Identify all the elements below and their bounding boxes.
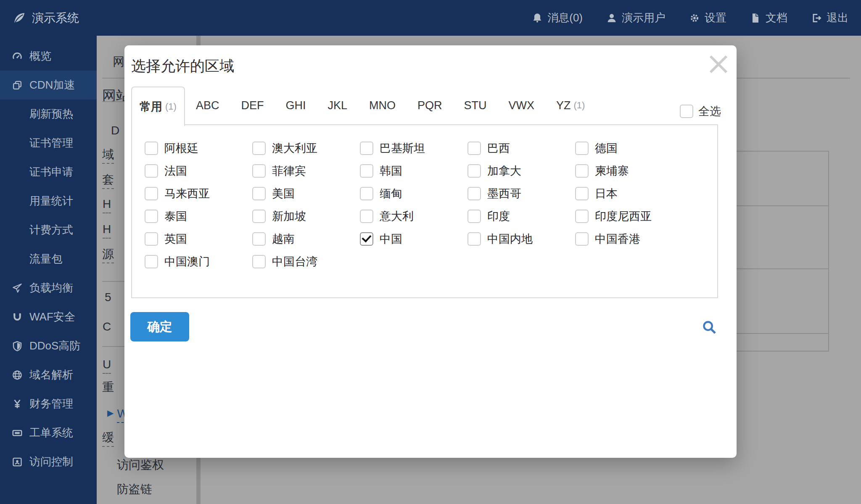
select-all-checkbox[interactable] bbox=[680, 105, 693, 118]
region-label: 泰国 bbox=[164, 209, 187, 224]
sidebar-item[interactable]: 工单系统 bbox=[0, 418, 97, 447]
region-select-modal: 选择允许的区域 常用 (1) ABC DEF bbox=[124, 45, 737, 458]
checkbox[interactable] bbox=[360, 142, 373, 155]
region-option[interactable]: 中国澳门 bbox=[145, 254, 252, 269]
topbar-menu-label: 消息(0) bbox=[547, 10, 583, 25]
sidebar-item[interactable]: 刷新预热 bbox=[0, 100, 97, 129]
region-tab[interactable]: YZ (1) bbox=[545, 87, 596, 124]
region-tab[interactable]: DEF bbox=[230, 87, 275, 124]
checkbox[interactable] bbox=[360, 210, 373, 223]
checkbox[interactable] bbox=[145, 210, 158, 223]
brand-label: 演示系统 bbox=[32, 10, 79, 26]
sidebar-item[interactable]: WAF安全 bbox=[0, 302, 97, 331]
sidebar-item[interactable]: 用量统计 bbox=[0, 186, 97, 215]
tab-label: GHI bbox=[285, 99, 306, 112]
region-option[interactable]: 意大利 bbox=[360, 209, 467, 224]
region-option[interactable]: 巴西 bbox=[467, 141, 575, 156]
checkbox[interactable] bbox=[467, 187, 481, 200]
region-option[interactable]: 英国 bbox=[145, 231, 252, 247]
region-option[interactable]: 菲律宾 bbox=[252, 163, 360, 178]
checkbox[interactable] bbox=[145, 164, 158, 178]
sidebar-item[interactable]: 访问控制 bbox=[0, 447, 97, 476]
checkbox[interactable] bbox=[145, 142, 158, 155]
sidebar-item[interactable]: 域名解析 bbox=[0, 360, 97, 389]
region-option[interactable]: 新加坡 bbox=[252, 209, 360, 224]
checkbox[interactable] bbox=[252, 255, 266, 268]
checkbox[interactable] bbox=[575, 210, 589, 223]
checkbox[interactable] bbox=[575, 232, 589, 246]
checkbox[interactable] bbox=[145, 255, 158, 268]
region-option[interactable]: 中国香港 bbox=[575, 231, 683, 247]
checkbox[interactable] bbox=[252, 142, 266, 155]
region-tab[interactable]: JKL bbox=[317, 87, 358, 124]
select-all[interactable]: 全选 bbox=[680, 104, 721, 119]
region-option[interactable]: 韩国 bbox=[360, 163, 467, 178]
sidebar-item[interactable]: CDN加速 bbox=[0, 71, 97, 100]
region-tab[interactable]: MNO bbox=[358, 87, 407, 124]
region-option[interactable]: 日本 bbox=[575, 186, 683, 201]
region-option[interactable]: 印度尼西亚 bbox=[575, 209, 683, 224]
checkbox[interactable] bbox=[145, 187, 158, 200]
region-grid: 阿根廷 澳大利亚 巴基斯坦 巴西 bbox=[132, 125, 717, 273]
region-option[interactable]: 澳大利亚 bbox=[252, 141, 360, 156]
topbar-menu-item[interactable]: 演示用户 bbox=[606, 10, 666, 25]
region-option[interactable]: 中国台湾 bbox=[252, 254, 360, 269]
topbar-menu-item[interactable]: 退出 bbox=[811, 10, 848, 25]
sidebar-item[interactable]: 计费方式 bbox=[0, 215, 97, 244]
sidebar-item[interactable]: 概览 bbox=[0, 42, 97, 71]
sidebar-item[interactable]: 证书申请 bbox=[0, 158, 97, 186]
checkbox[interactable] bbox=[575, 187, 589, 200]
region-option[interactable]: 越南 bbox=[252, 231, 360, 247]
sidebar-item-label: 负载均衡 bbox=[29, 281, 73, 295]
checkbox[interactable] bbox=[252, 187, 266, 200]
sidebar-item[interactable]: 证书管理 bbox=[0, 129, 97, 158]
sidebar-item[interactable]: DDoS高防 bbox=[0, 331, 97, 360]
checkbox[interactable] bbox=[252, 232, 266, 246]
region-option[interactable]: 缅甸 bbox=[360, 186, 467, 201]
search-icon[interactable] bbox=[700, 318, 719, 337]
checkbox[interactable] bbox=[467, 142, 481, 155]
checkbox[interactable] bbox=[360, 187, 373, 200]
region-option[interactable]: 巴基斯坦 bbox=[360, 141, 467, 156]
checkbox[interactable] bbox=[467, 164, 481, 178]
region-option[interactable]: 泰国 bbox=[145, 209, 252, 224]
region-option[interactable]: 柬埔寨 bbox=[575, 163, 683, 178]
checkbox[interactable] bbox=[360, 232, 373, 246]
checkbox[interactable] bbox=[467, 210, 481, 223]
checkbox[interactable] bbox=[252, 164, 266, 178]
sidebar-item[interactable]: 流量包 bbox=[0, 244, 97, 273]
region-tab[interactable]: STU bbox=[453, 87, 497, 124]
sidebar-item-label: 工单系统 bbox=[29, 425, 73, 440]
sidebar-item[interactable]: 负载均衡 bbox=[0, 273, 97, 302]
checkbox[interactable] bbox=[360, 164, 373, 178]
topbar-menu-item[interactable]: 设置 bbox=[689, 10, 726, 25]
brand[interactable]: 演示系统 bbox=[0, 10, 79, 26]
region-option[interactable]: 马来西亚 bbox=[145, 186, 252, 201]
checkbox[interactable] bbox=[467, 232, 481, 246]
checkbox[interactable] bbox=[145, 232, 158, 246]
checkbox[interactable] bbox=[575, 164, 589, 178]
region-tab[interactable]: 常用 (1) bbox=[131, 87, 185, 126]
region-tab[interactable]: GHI bbox=[275, 87, 317, 124]
region-option[interactable]: 印度 bbox=[467, 209, 575, 224]
gauge-icon bbox=[12, 51, 23, 62]
region-tab[interactable]: PQR bbox=[407, 87, 453, 124]
region-tab[interactable]: VWX bbox=[497, 87, 545, 124]
region-tab[interactable]: ABC bbox=[185, 87, 230, 124]
close-icon[interactable] bbox=[707, 53, 730, 76]
checkbox[interactable] bbox=[575, 142, 589, 155]
region-option[interactable]: 墨西哥 bbox=[467, 186, 575, 201]
region-option[interactable]: 德国 bbox=[575, 141, 683, 156]
sidebar-item[interactable]: 财务管理 bbox=[0, 389, 97, 418]
region-option[interactable]: 中国内地 bbox=[467, 231, 575, 247]
region-option[interactable]: 法国 bbox=[145, 163, 252, 178]
topbar-menu-item[interactable]: 文档 bbox=[750, 10, 787, 25]
region-option[interactable]: 中国 bbox=[360, 231, 467, 247]
region-option[interactable]: 加拿大 bbox=[467, 163, 575, 178]
region-option[interactable]: 美国 bbox=[252, 186, 360, 201]
sidebar-item-label: DDoS高防 bbox=[29, 339, 80, 353]
topbar-menu-item[interactable]: 消息(0) bbox=[532, 10, 583, 25]
region-option[interactable]: 阿根廷 bbox=[145, 141, 252, 156]
confirm-button[interactable]: 确定 bbox=[130, 312, 189, 341]
checkbox[interactable] bbox=[252, 210, 266, 223]
